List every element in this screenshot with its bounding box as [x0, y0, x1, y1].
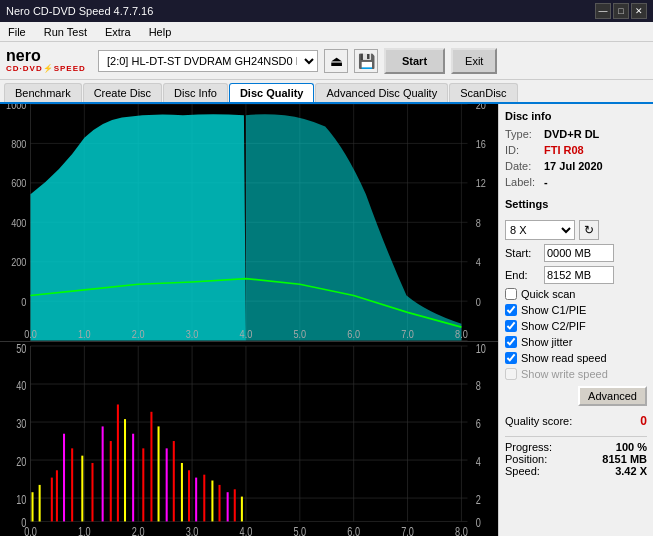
disc-id-value: FTI R08 [544, 144, 584, 156]
show-jitter-row: Show jitter [505, 336, 647, 348]
chart-area: 1000 800 600 400 200 0 20 16 12 8 4 0 0.… [0, 104, 498, 536]
svg-text:2.0: 2.0 [132, 329, 145, 341]
show-read-speed-checkbox[interactable] [505, 352, 517, 364]
disc-type-row: Type: DVD+R DL [505, 128, 647, 140]
start-label: Start: [505, 247, 540, 259]
svg-text:16: 16 [476, 138, 486, 150]
speed-settings-row: 8 X Max 2 X 4 X 16 X ↻ [505, 220, 647, 240]
menu-extra[interactable]: Extra [101, 25, 135, 39]
show-write-speed-label: Show write speed [521, 368, 608, 380]
svg-text:0: 0 [476, 296, 481, 308]
svg-text:2.0: 2.0 [132, 524, 145, 536]
lower-chart: 50 40 30 20 10 0 10 8 6 4 2 0 0.0 1.0 2.… [0, 346, 498, 536]
svg-rect-70 [181, 463, 183, 521]
menu-file[interactable]: File [4, 25, 30, 39]
start-mb-row: Start: [505, 244, 647, 262]
disc-id-label: ID: [505, 144, 540, 156]
svg-text:6.0: 6.0 [347, 524, 360, 536]
disc-date-value: 17 Jul 2020 [544, 160, 603, 172]
svg-rect-69 [173, 441, 175, 521]
save-icon-button[interactable]: 💾 [354, 49, 378, 73]
show-jitter-checkbox[interactable] [505, 336, 517, 348]
tab-create-disc[interactable]: Create Disc [83, 83, 162, 102]
svg-rect-55 [56, 470, 58, 521]
menu-run-test[interactable]: Run Test [40, 25, 91, 39]
nero-logo: nero CD·DVD⚡SPEED [6, 46, 86, 76]
show-read-speed-label: Show read speed [521, 352, 607, 364]
svg-text:6.0: 6.0 [347, 329, 360, 341]
tab-advanced-disc-quality[interactable]: Advanced Disc Quality [315, 83, 448, 102]
drive-select[interactable]: [2:0] HL-DT-ST DVDRAM GH24NSD0 LH00 [98, 50, 318, 72]
disc-id-row: ID: FTI R08 [505, 144, 647, 156]
main-content: 1000 800 600 400 200 0 20 16 12 8 4 0 0.… [0, 104, 653, 536]
close-button[interactable]: ✕ [631, 3, 647, 19]
disc-label-label: Label: [505, 176, 540, 188]
tab-disc-quality[interactable]: Disc Quality [229, 83, 315, 102]
advanced-button[interactable]: Advanced [578, 386, 647, 406]
show-c1-label: Show C1/PIE [521, 304, 586, 316]
show-c2-checkbox[interactable] [505, 320, 517, 332]
tab-benchmark[interactable]: Benchmark [4, 83, 82, 102]
svg-rect-77 [234, 489, 236, 521]
speed-select[interactable]: 8 X Max 2 X 4 X 16 X [505, 220, 575, 240]
svg-text:30: 30 [16, 416, 26, 430]
svg-text:0: 0 [21, 296, 26, 308]
show-c1-checkbox[interactable] [505, 304, 517, 316]
tab-scan-disc[interactable]: ScanDisc [449, 83, 517, 102]
disc-label-row: Label: - [505, 176, 647, 188]
quick-scan-checkbox[interactable] [505, 288, 517, 300]
svg-text:8: 8 [476, 378, 481, 392]
quality-score-value: 0 [640, 414, 647, 428]
disc-date-row: Date: 17 Jul 2020 [505, 160, 647, 172]
eject-icon-button[interactable]: ⏏ [324, 49, 348, 73]
disc-date-label: Date: [505, 160, 540, 172]
svg-rect-56 [63, 434, 65, 522]
svg-rect-68 [166, 448, 168, 521]
quality-score-label: Quality score: [505, 415, 572, 427]
svg-text:4.0: 4.0 [240, 329, 253, 341]
svg-text:600: 600 [11, 178, 26, 190]
start-button[interactable]: Start [384, 48, 445, 74]
lower-chart-svg: 50 40 30 20 10 0 10 8 6 4 2 0 0.0 1.0 2.… [0, 346, 498, 536]
tab-disc-info[interactable]: Disc Info [163, 83, 228, 102]
speed-label: Speed: [505, 465, 540, 477]
svg-text:1000: 1000 [6, 104, 26, 111]
show-c1-row: Show C1/PIE [505, 304, 647, 316]
show-write-speed-checkbox [505, 368, 517, 380]
start-input[interactable] [544, 244, 614, 262]
end-label: End: [505, 269, 540, 281]
svg-rect-73 [203, 475, 205, 522]
position-value: 8151 MB [602, 453, 647, 465]
end-input[interactable] [544, 266, 614, 284]
exit-button[interactable]: Exit [451, 48, 497, 74]
quick-scan-row: Quick scan [505, 288, 647, 300]
app-title: Nero CD-DVD Speed 4.7.7.16 [6, 5, 153, 17]
svg-text:20: 20 [476, 104, 486, 111]
svg-text:0.0: 0.0 [24, 329, 37, 341]
svg-text:800: 800 [11, 138, 26, 150]
svg-rect-66 [150, 412, 152, 522]
disc-type-label: Type: [505, 128, 540, 140]
menu-help[interactable]: Help [145, 25, 176, 39]
maximize-button[interactable]: □ [613, 3, 629, 19]
svg-text:1.0: 1.0 [78, 524, 91, 536]
refresh-button[interactable]: ↻ [579, 220, 599, 240]
svg-rect-72 [195, 478, 197, 522]
svg-text:4: 4 [476, 454, 481, 468]
toolbar: nero CD·DVD⚡SPEED [2:0] HL-DT-ST DVDRAM … [0, 42, 653, 80]
disc-label-value: - [544, 176, 548, 188]
disc-info-title: Disc info [505, 110, 647, 122]
upper-chart: 1000 800 600 400 200 0 20 16 12 8 4 0 0.… [0, 104, 498, 342]
svg-rect-76 [227, 492, 229, 521]
upper-chart-svg: 1000 800 600 400 200 0 20 16 12 8 4 0 0.… [0, 104, 498, 341]
svg-rect-75 [219, 485, 221, 522]
svg-text:1.0: 1.0 [78, 329, 91, 341]
position-row: Position: 8151 MB [505, 453, 647, 465]
tab-bar: Benchmark Create Disc Disc Info Disc Qua… [0, 80, 653, 104]
svg-rect-64 [132, 434, 134, 522]
title-bar: Nero CD-DVD Speed 4.7.7.16 — □ ✕ [0, 0, 653, 22]
minimize-button[interactable]: — [595, 3, 611, 19]
svg-rect-74 [211, 480, 213, 521]
svg-text:3.0: 3.0 [186, 524, 199, 536]
speed-value: 3.42 X [615, 465, 647, 477]
